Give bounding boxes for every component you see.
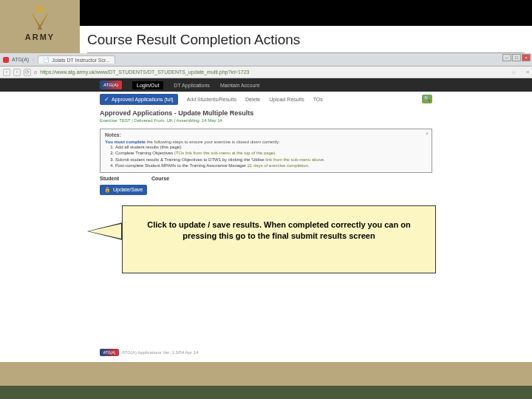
col-student: Student xyxy=(100,176,151,181)
approved-label: Approved Applications (tut) xyxy=(112,97,174,102)
browser-tab-strip: ATG(A) × 📄 Jolats DT Instructor Scr... –… xyxy=(0,53,532,66)
action-bar: ✓ Approved Applications (tut) Add Studen… xyxy=(0,92,532,106)
bottom-tan-band xyxy=(0,362,532,386)
maximize-button[interactable]: □ xyxy=(512,54,521,61)
instruction-callout: Click to update / save results. When com… xyxy=(122,205,436,273)
notes-close-icon[interactable]: × xyxy=(426,131,429,136)
atga-logo: ATG(A) xyxy=(100,81,122,89)
callout-arrow-icon xyxy=(87,222,123,240)
home-icon[interactable]: ⌂ xyxy=(34,69,37,75)
notes-list: Add all student results (this page). Com… xyxy=(115,144,427,169)
footer-text: ATG(A) Applications Ver: 1.3/04 Apr 14 xyxy=(122,350,198,355)
menu-icon[interactable]: ≡ xyxy=(526,69,529,75)
bookmark-icon[interactable]: ☆ xyxy=(511,69,516,75)
app-footer: ATG(A) ATG(A) Applications Ver: 1.3/04 A… xyxy=(100,349,198,356)
delete-link[interactable]: Delete xyxy=(245,97,260,102)
minimize-button[interactable]: – xyxy=(502,54,511,61)
callout-text: Click to update / save results. When com… xyxy=(147,220,410,240)
update-label: Update/Save xyxy=(113,187,143,192)
app-navbar: ATG(A) Login/Out DT Applications Maintai… xyxy=(0,78,532,92)
close-button[interactable]: × xyxy=(522,54,531,61)
browser-toolbar: ‹ › ⟳ ⌂ https://www.atg.army.uk/www/DT_S… xyxy=(0,66,532,78)
url-field[interactable]: https://www.atg.army.uk/www/DT_STUDENTS/… xyxy=(40,69,249,75)
browser-tab[interactable]: 📄 Jolats DT Instructor Scr... xyxy=(38,55,115,64)
notes-item: Complete Training Objectives (TOs link f… xyxy=(115,150,427,156)
brand-name: ARMY xyxy=(25,33,55,41)
search-icon: 🔍 xyxy=(423,95,431,102)
black-accent-band xyxy=(80,0,532,26)
notes-title: Notes: xyxy=(105,132,427,137)
tos-link[interactable]: TOs xyxy=(313,97,323,102)
nav-dt-applications[interactable]: DT Applications xyxy=(174,83,210,88)
page-favicon-icon: 📄 xyxy=(43,57,50,63)
window-controls: – □ × xyxy=(502,54,531,61)
update-save-button[interactable]: 🔒 Update/Save xyxy=(100,185,147,195)
col-course: Course xyxy=(151,176,196,181)
exercise-meta: Exercise: TEST | Delivered From: UK | As… xyxy=(0,118,532,126)
back-button[interactable]: ‹ xyxy=(3,69,10,76)
upload-results-link[interactable]: Upload Results xyxy=(269,97,304,102)
notes-item: Post-complete Student MPARs to the Train… xyxy=(115,163,427,168)
reload-button[interactable]: ⟳ xyxy=(24,69,31,76)
add-students-link[interactable]: Add Students/Results xyxy=(187,97,236,102)
army-logo-cell: ARMY xyxy=(0,0,80,53)
army-crest-icon xyxy=(28,12,52,31)
atga-logo-footer: ATG(A) xyxy=(100,349,119,356)
page-heading: Approved Applications - Update Multiple … xyxy=(0,106,532,118)
slide-title: Course Result Completion Actions xyxy=(80,26,532,48)
notes-panel: × Notes: You must complete the following… xyxy=(100,129,432,173)
app-name-small: ATG(A) xyxy=(12,57,29,62)
slide-header: ARMY Course Result Completion Actions xyxy=(0,0,532,53)
nav-login[interactable]: Login/Out xyxy=(132,81,163,89)
notes-item: Add all student results (this page). xyxy=(115,144,427,150)
results-table-header: Student Course xyxy=(100,176,432,181)
search-button[interactable]: 🔍 xyxy=(422,95,432,103)
approved-applications-button[interactable]: ✓ Approved Applications (tut) xyxy=(100,94,178,105)
check-icon: ✓ xyxy=(104,96,109,103)
forward-button[interactable]: › xyxy=(13,69,21,76)
browser-tab-label: Jolats DT Instructor Scr... xyxy=(52,58,109,63)
bottom-olive-band xyxy=(0,386,532,399)
lock-icon: 🔒 xyxy=(104,187,111,193)
nav-maintain-account[interactable]: Maintain Account xyxy=(220,83,259,88)
notes-item: Submit student results & Training Object… xyxy=(115,157,427,163)
app-favicon-icon xyxy=(3,57,9,63)
